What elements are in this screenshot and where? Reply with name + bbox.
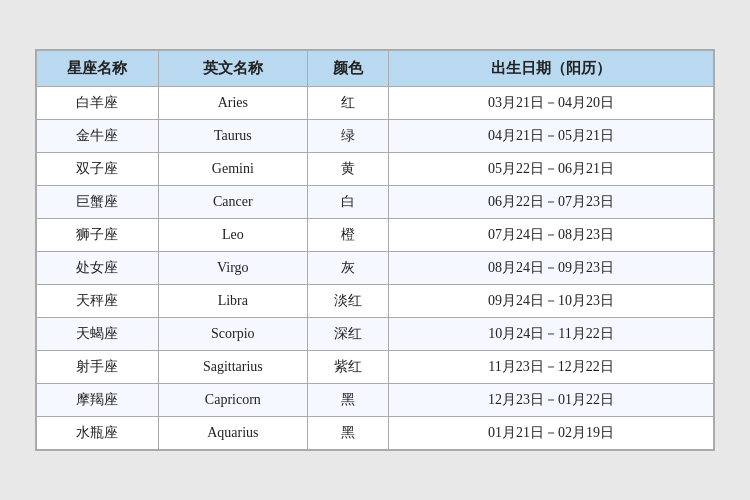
cell-english: Libra — [158, 285, 307, 318]
cell-chinese: 处女座 — [37, 252, 159, 285]
cell-color: 红 — [307, 87, 388, 120]
cell-chinese: 巨蟹座 — [37, 186, 159, 219]
cell-color: 紫红 — [307, 351, 388, 384]
cell-date: 08月24日－09月23日 — [389, 252, 714, 285]
cell-date: 07月24日－08月23日 — [389, 219, 714, 252]
cell-date: 11月23日－12月22日 — [389, 351, 714, 384]
cell-english: Capricorn — [158, 384, 307, 417]
cell-color: 黄 — [307, 153, 388, 186]
cell-color: 白 — [307, 186, 388, 219]
cell-chinese: 白羊座 — [37, 87, 159, 120]
cell-chinese: 射手座 — [37, 351, 159, 384]
cell-date: 10月24日－11月22日 — [389, 318, 714, 351]
cell-chinese: 天秤座 — [37, 285, 159, 318]
cell-date: 06月22日－07月23日 — [389, 186, 714, 219]
cell-chinese: 天蝎座 — [37, 318, 159, 351]
cell-color: 灰 — [307, 252, 388, 285]
header-english: 英文名称 — [158, 51, 307, 87]
cell-date: 05月22日－06月21日 — [389, 153, 714, 186]
cell-color: 深红 — [307, 318, 388, 351]
cell-color: 黑 — [307, 384, 388, 417]
table-row: 摩羯座Capricorn黑12月23日－01月22日 — [37, 384, 714, 417]
table-row: 金牛座Taurus绿04月21日－05月21日 — [37, 120, 714, 153]
cell-english: Aquarius — [158, 417, 307, 450]
table-row: 双子座Gemini黄05月22日－06月21日 — [37, 153, 714, 186]
cell-english: Aries — [158, 87, 307, 120]
table-row: 处女座Virgo灰08月24日－09月23日 — [37, 252, 714, 285]
cell-english: Virgo — [158, 252, 307, 285]
cell-english: Leo — [158, 219, 307, 252]
header-color: 颜色 — [307, 51, 388, 87]
cell-english: Scorpio — [158, 318, 307, 351]
cell-date: 03月21日－04月20日 — [389, 87, 714, 120]
header-date: 出生日期（阳历） — [389, 51, 714, 87]
cell-english: Taurus — [158, 120, 307, 153]
cell-color: 绿 — [307, 120, 388, 153]
zodiac-table: 星座名称 英文名称 颜色 出生日期（阳历） 白羊座Aries红03月21日－04… — [36, 50, 714, 450]
cell-chinese: 摩羯座 — [37, 384, 159, 417]
table-header-row: 星座名称 英文名称 颜色 出生日期（阳历） — [37, 51, 714, 87]
cell-color: 橙 — [307, 219, 388, 252]
cell-date: 09月24日－10月23日 — [389, 285, 714, 318]
table-row: 白羊座Aries红03月21日－04月20日 — [37, 87, 714, 120]
cell-english: Cancer — [158, 186, 307, 219]
table-row: 天蝎座Scorpio深红10月24日－11月22日 — [37, 318, 714, 351]
cell-date: 04月21日－05月21日 — [389, 120, 714, 153]
cell-chinese: 水瓶座 — [37, 417, 159, 450]
cell-color: 淡红 — [307, 285, 388, 318]
cell-date: 12月23日－01月22日 — [389, 384, 714, 417]
cell-chinese: 狮子座 — [37, 219, 159, 252]
cell-chinese: 双子座 — [37, 153, 159, 186]
cell-english: Sagittarius — [158, 351, 307, 384]
zodiac-table-container: 星座名称 英文名称 颜色 出生日期（阳历） 白羊座Aries红03月21日－04… — [35, 49, 715, 451]
table-body: 白羊座Aries红03月21日－04月20日金牛座Taurus绿04月21日－0… — [37, 87, 714, 450]
table-row: 狮子座Leo橙07月24日－08月23日 — [37, 219, 714, 252]
table-row: 巨蟹座Cancer白06月22日－07月23日 — [37, 186, 714, 219]
cell-english: Gemini — [158, 153, 307, 186]
cell-color: 黑 — [307, 417, 388, 450]
table-row: 水瓶座Aquarius黑01月21日－02月19日 — [37, 417, 714, 450]
table-row: 射手座Sagittarius紫红11月23日－12月22日 — [37, 351, 714, 384]
cell-chinese: 金牛座 — [37, 120, 159, 153]
cell-date: 01月21日－02月19日 — [389, 417, 714, 450]
header-chinese: 星座名称 — [37, 51, 159, 87]
table-row: 天秤座Libra淡红09月24日－10月23日 — [37, 285, 714, 318]
